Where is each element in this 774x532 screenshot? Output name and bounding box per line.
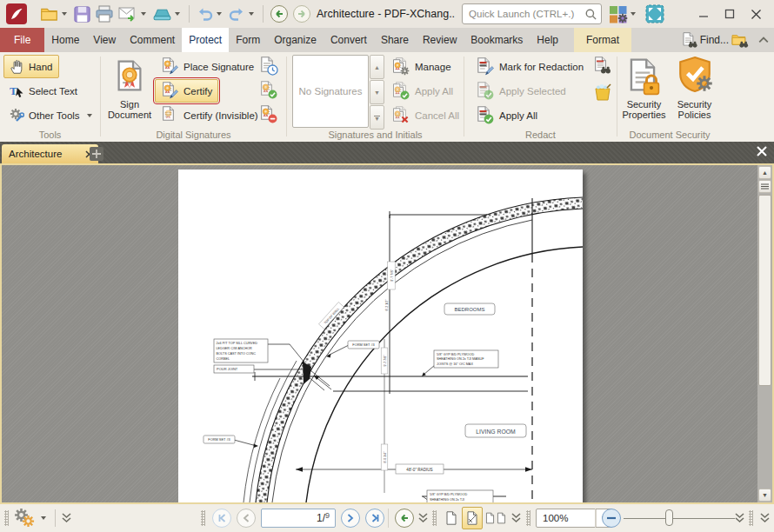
undo-button[interactable] [194,3,226,25]
tab-review[interactable]: Review [416,28,464,52]
other-tools-button[interactable]: Other Tools [3,103,101,127]
group-label-tools: Tools [0,130,100,140]
print-button[interactable] [93,3,116,25]
tab-form[interactable]: Form [229,28,267,52]
signatures-list[interactable]: No Signatures [292,55,369,128]
cancel-all-signatures-icon [391,106,410,125]
svg-text:5/8" GYP B/D PLYWOOD: 5/8" GYP B/D PLYWOOD [430,493,467,496]
tab-home[interactable]: Home [44,28,86,52]
new-tab-button[interactable] [90,147,103,161]
timestamp-document-button[interactable] [257,55,280,77]
cancel-all-signatures-button[interactable]: Cancel All [385,103,465,127]
previous-page-button[interactable] [237,509,256,528]
quick-launch-input[interactable]: Quick Launch (CTRL+.) [462,3,602,24]
previous-view-button[interactable] [395,509,414,528]
certify-invisible-button[interactable]: Certify (Invisible) [155,103,264,127]
open-file-button[interactable] [37,3,71,25]
tab-file[interactable]: File [0,28,44,52]
gears-dropdown-caret[interactable] [41,516,46,520]
ribbon-tab-row: File Home View Comment Protect Form Orga… [0,28,774,52]
scrollbar-down-button[interactable]: ▼ [758,489,771,502]
tab-view[interactable]: View [86,28,123,52]
svg-text:BOLTS CAST INTO CONC: BOLTS CAST INTO CONC [217,352,257,356]
tab-share[interactable]: Share [374,28,416,52]
group-label-digital-signatures: Digital Signatures [101,130,286,140]
apply-all-signatures-button[interactable]: Apply All [385,79,459,103]
next-page-button[interactable] [341,509,360,528]
scrollbar-options-button[interactable] [758,180,771,193]
single-page-layout-button[interactable] [441,507,462,529]
last-page-button[interactable] [365,509,384,528]
pdf-page[interactable]: BEDROOMS LIVING ROOM 2x6 P/T TOP SILL CU… [178,170,583,502]
fullscreen-toggle-button[interactable] [644,3,666,25]
toolbar-grip[interactable] [526,510,530,526]
apply-all-redactions-button[interactable]: Apply All [470,103,544,127]
scroll-end-button[interactable]: ▼ [370,105,384,130]
hand-tool-button[interactable]: Hand [3,55,59,78]
zoom-slider-handle[interactable] [665,509,673,526]
nav-forward-button[interactable] [290,3,313,25]
place-signature-button[interactable]: Place Signature [155,55,260,78]
search-and-redact-button[interactable] [591,55,614,77]
mark-for-redaction-button[interactable]: Mark for Redaction [470,55,590,78]
tab-comment[interactable]: Comment [123,28,182,52]
manage-signatures-button[interactable]: Manage [385,55,457,78]
scroll-down-button[interactable]: ▼ [370,80,384,104]
certify-button[interactable]: Certify [155,79,218,103]
tab-protect[interactable]: Protect [182,28,229,52]
tab-help[interactable]: Help [530,28,565,52]
clear-signatures-button[interactable] [257,103,280,126]
group-label-redact: Redact [464,130,617,140]
redo-button[interactable] [226,3,258,25]
maximize-button[interactable] [717,3,743,24]
select-text-button[interactable]: T Select Text [3,79,83,103]
sanitize-document-button[interactable] [591,81,614,103]
toolbar-grip[interactable] [432,510,437,526]
layout-more-chevrons-icon[interactable] [511,513,521,523]
find-group: Find... [681,28,774,52]
tab-bookmarks[interactable]: Bookmarks [464,28,530,52]
overflow-chevrons-icon[interactable] [760,513,770,523]
status-gears-icon[interactable] [12,507,38,529]
expand-toolbar-icon[interactable] [62,513,71,523]
nav-back-button[interactable] [268,3,290,25]
apply-selected-redactions-button[interactable]: Apply Selected [470,79,572,103]
two-page-layout-button[interactable] [483,507,509,529]
minimize-button[interactable] [691,3,717,24]
tab-organize[interactable]: Organize [267,28,324,52]
page-number-input[interactable]: 1/9 [261,509,336,528]
toolbar-grip[interactable] [749,510,753,526]
sign-document-button[interactable]: Sign Document [104,54,155,120]
security-properties-icon [624,54,664,99]
search-icon [584,8,597,21]
first-page-button[interactable] [212,509,231,528]
scrollbar-thumb[interactable] [758,195,771,386]
find-document-icon[interactable] [681,32,698,49]
scan-button[interactable] [150,3,184,25]
vertical-scrollbar[interactable]: ▲ ▼ [757,165,772,502]
status-options-cluster [4,504,71,532]
find-label[interactable]: Find... [700,34,729,46]
tab-format[interactable]: Format [574,28,631,52]
continuous-layout-button[interactable] [462,507,483,529]
zoom-out-button[interactable] [602,509,621,528]
find-in-files-icon[interactable] [731,32,750,49]
email-button[interactable] [116,3,150,25]
ui-options-button[interactable] [607,3,640,25]
slider-chevrons-icon[interactable] [735,513,744,523]
zoom-slider[interactable] [624,504,735,532]
toolbar-grip[interactable] [4,510,9,526]
document-tab-architecture[interactable]: Architecture [2,144,98,163]
scroll-up-button[interactable]: ▲ [370,55,384,79]
view-history-chevrons-icon[interactable] [418,513,428,523]
validate-signatures-button[interactable] [257,79,280,102]
close-button[interactable] [743,3,769,24]
close-pane-button[interactable] [756,145,768,157]
save-button[interactable] [71,3,93,25]
tab-convert[interactable]: Convert [324,28,374,52]
toolbar-grip[interactable] [201,510,205,526]
security-properties-button[interactable]: Security Properties [619,54,669,120]
scrollbar-up-button[interactable]: ▲ [758,166,771,179]
security-policies-button[interactable]: Security Policies [670,54,719,120]
collapse-ribbon-icon[interactable] [758,36,769,44]
